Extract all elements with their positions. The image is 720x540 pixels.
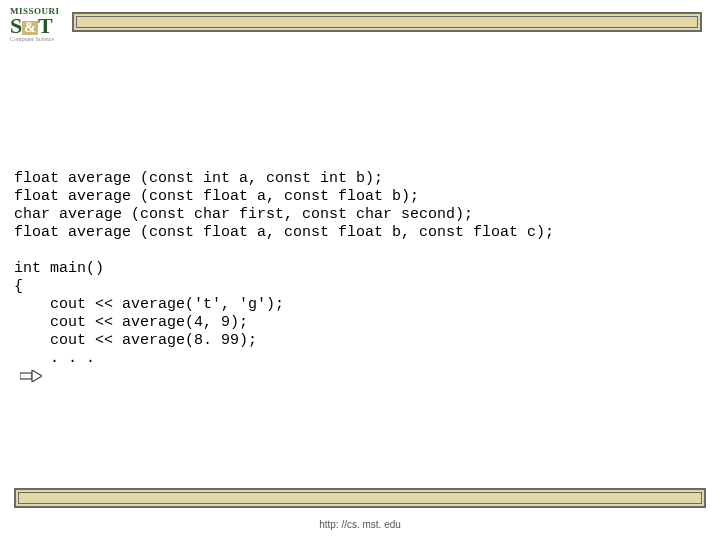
code-line: cout << average(4, 9); bbox=[14, 314, 248, 331]
code-block: float average (const int a, const int b)… bbox=[14, 170, 554, 368]
code-line: . . . bbox=[14, 350, 95, 367]
code-line: cout << average('t', 'g'); bbox=[14, 296, 284, 313]
code-line: float average (const float a, const floa… bbox=[14, 188, 419, 205]
arrow-right-icon bbox=[20, 370, 40, 382]
logo: MISSOURI S&T Computer Science bbox=[10, 6, 65, 48]
code-line: cout << average(8. 99); bbox=[14, 332, 257, 349]
logo-main: S&T bbox=[10, 16, 65, 36]
bottom-decorative-bar bbox=[14, 488, 706, 508]
code-line: int main() bbox=[14, 260, 104, 277]
svg-rect-0 bbox=[20, 373, 32, 379]
top-decorative-bar bbox=[72, 12, 702, 32]
header: MISSOURI S&T Computer Science bbox=[0, 0, 720, 50]
code-line: float average (const float a, const floa… bbox=[14, 224, 554, 241]
code-line: char average (const char first, const ch… bbox=[14, 206, 473, 223]
code-line: float average (const int a, const int b)… bbox=[14, 170, 383, 187]
code-line: { bbox=[14, 278, 23, 295]
svg-marker-1 bbox=[32, 370, 42, 382]
footer-url: http: //cs. mst. edu bbox=[0, 519, 720, 530]
